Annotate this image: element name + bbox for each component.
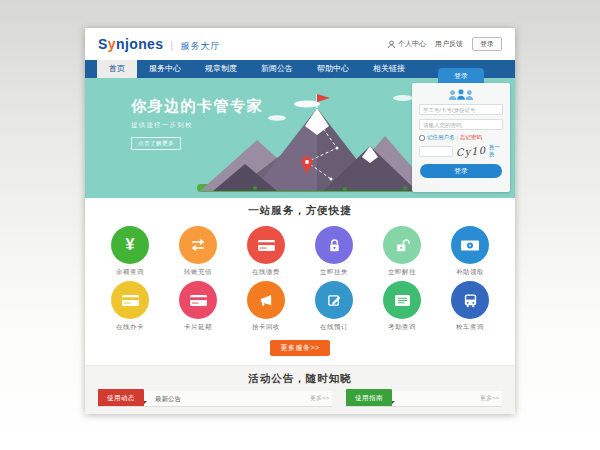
service-label: 立即解挂 — [373, 268, 431, 277]
announcements-title: 活动公告，随时知晓 — [85, 366, 515, 386]
hero-banner: 你身边的卡管专家 提供捷径一步到校 点击了解更多 登录 — [85, 78, 515, 198]
site-subtitle: 服务大厅 — [180, 40, 220, 53]
services-grid: ¥ 余额查询 转账充值 在线缴费 立即挂失 — [85, 218, 515, 336]
login-form: 记住用户名 | 忘记密码 Cy10 换一换 登录 — [412, 83, 510, 192]
service-label: 校车查询 — [441, 323, 499, 332]
remember-row: 记住用户名 | 忘记密码 — [419, 134, 503, 141]
service-item-apply-card[interactable]: 在线办卡 — [101, 281, 159, 332]
login-tab[interactable]: 登录 — [438, 68, 484, 83]
personal-center-link[interactable]: 个人中心 — [387, 39, 426, 49]
left-more-link[interactable]: 更多>> — [310, 391, 332, 406]
announcements-right-panel: 使用指南 更多>> — [346, 391, 502, 407]
edit-icon — [315, 281, 353, 319]
yen-icon: ¥ — [111, 226, 149, 264]
bus-icon — [451, 281, 489, 319]
service-label: 考勤查询 — [373, 323, 431, 332]
password-input[interactable] — [419, 119, 503, 130]
services-title: 一站服务，方便快捷 — [85, 198, 515, 218]
tab-latest-announcements[interactable]: 最新公告 — [144, 391, 192, 406]
logo-divider: | — [170, 40, 173, 51]
right-more-link[interactable]: 更多>> — [480, 391, 502, 406]
service-label: 立即挂失 — [305, 268, 363, 277]
header-user-menu: 个人中心 用户反馈 登录 — [387, 37, 502, 51]
card-icon — [179, 281, 217, 319]
remember-divider: | — [457, 135, 458, 141]
service-item-online-booking[interactable]: 在线预订 — [305, 281, 363, 332]
logo-arrow-accent: y — [108, 36, 116, 52]
service-hall-page: Synjones | 服务大厅 个人中心 用户反馈 登录 首页 服务中心 规章制… — [85, 28, 515, 414]
service-label: 补助领取 — [441, 268, 499, 277]
unlock-icon — [383, 226, 421, 264]
megaphone-icon — [247, 281, 285, 319]
captcha-input[interactable] — [419, 146, 453, 157]
service-item-report-loss[interactable]: 立即挂失 — [305, 226, 363, 277]
logo-text-suffix: njones — [116, 36, 164, 52]
service-label: 拾卡回收 — [237, 323, 295, 332]
announcements-row: 使用动态 最新公告 更多>> 使用指南 更多>> — [85, 391, 515, 407]
header-login-button[interactable]: 登录 — [472, 37, 502, 51]
service-item-balance[interactable]: ¥ 余额查询 — [101, 226, 159, 277]
account-input[interactable] — [419, 104, 503, 115]
service-item-unfreeze[interactable]: 立即解挂 — [373, 226, 431, 277]
banknote-icon — [451, 226, 489, 264]
logo-text-prefix: S — [98, 36, 108, 52]
nav-item-links[interactable]: 相关链接 — [361, 60, 417, 78]
service-label: 卡片延期 — [169, 323, 227, 332]
header: Synjones | 服务大厅 个人中心 用户反馈 登录 — [85, 28, 515, 60]
service-label: 在线缴费 — [237, 268, 295, 277]
remember-label: 记住用户名 — [427, 134, 455, 141]
user-feedback-label: 用户反馈 — [435, 39, 463, 49]
tab-usage-news[interactable]: 使用动态 — [98, 389, 144, 406]
hero-cta-button[interactable]: 点击了解更多 — [131, 137, 181, 150]
tab-user-guide[interactable]: 使用指南 — [346, 389, 392, 406]
service-item-school-bus[interactable]: 校车查询 — [441, 281, 499, 332]
person-icon — [387, 40, 396, 49]
users-icon — [447, 88, 475, 101]
announcements-section: 活动公告，随时知晓 使用动态 最新公告 更多>> 使用指南 更多>> — [85, 365, 515, 414]
service-label: 余额查询 — [101, 268, 159, 277]
captcha-row: Cy10 换一换 — [419, 144, 503, 158]
service-item-transfer[interactable]: 转账充值 — [169, 226, 227, 277]
right-tabbar: 使用指南 更多>> — [346, 391, 502, 407]
list-icon — [383, 281, 421, 319]
nav-item-help-center[interactable]: 帮助中心 — [305, 60, 361, 78]
service-item-subsidy[interactable]: 补助领取 — [441, 226, 499, 277]
lock-icon — [315, 226, 353, 264]
transfer-icon — [179, 226, 217, 264]
service-label: 在线办卡 — [101, 323, 159, 332]
more-services-button[interactable]: 更多服务>> — [270, 340, 329, 356]
nav-item-service-center[interactable]: 服务中心 — [137, 60, 193, 78]
service-item-card-recovery[interactable]: 拾卡回收 — [237, 281, 295, 332]
remember-checkbox[interactable] — [419, 135, 425, 141]
login-panel: 登录 记住用户名 | 忘记密码 — [412, 68, 510, 192]
forgot-password-link[interactable]: 忘记密码 — [460, 134, 482, 141]
service-item-online-payment[interactable]: 在线缴费 — [237, 226, 295, 277]
login-submit-button[interactable]: 登录 — [420, 164, 502, 178]
personal-center-label: 个人中心 — [398, 39, 426, 49]
service-item-attendance[interactable]: 考勤查询 — [373, 281, 431, 332]
nav-item-home[interactable]: 首页 — [97, 60, 137, 78]
card-icon — [247, 226, 285, 264]
service-label: 在线预订 — [305, 323, 363, 332]
card-icon — [111, 281, 149, 319]
user-feedback-link[interactable]: 用户反馈 — [435, 39, 463, 49]
service-label: 转账充值 — [169, 268, 227, 277]
hero-subtitle: 提供捷径一步到校 — [131, 121, 263, 130]
announcements-left-panel: 使用动态 最新公告 更多>> — [98, 391, 332, 407]
service-item-card-renewal[interactable]: 卡片延期 — [169, 281, 227, 332]
captcha-refresh-link[interactable]: 换一换 — [489, 144, 503, 158]
services-section: 一站服务，方便快捷 ¥ 余额查询 转账充值 在线缴费 — [85, 198, 515, 365]
captcha-image[interactable]: Cy10 — [456, 144, 487, 158]
left-tabbar: 使用动态 最新公告 更多>> — [98, 391, 332, 407]
hero-copy: 你身边的卡管专家 提供捷径一步到校 点击了解更多 — [131, 97, 263, 150]
nav-item-rules[interactable]: 规章制度 — [193, 60, 249, 78]
nav-item-news[interactable]: 新闻公告 — [249, 60, 305, 78]
logo: Synjones | 服务大厅 — [98, 36, 220, 53]
hero-title: 你身边的卡管专家 — [131, 97, 263, 116]
